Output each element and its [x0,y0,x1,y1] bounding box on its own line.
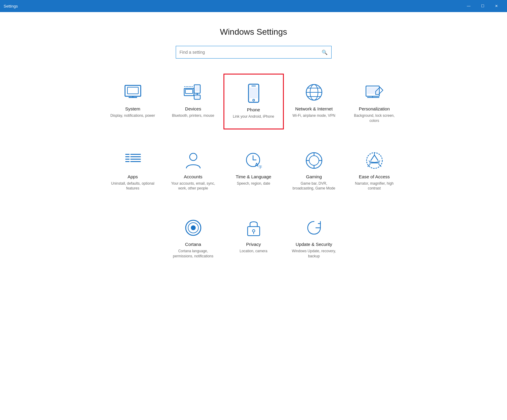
ease-title: Ease of Access [359,174,390,179]
privacy-icon [244,218,263,237]
svg-rect-14 [250,88,258,98]
svg-point-34 [190,153,197,161]
network-icon [304,83,324,102]
settings-row-1: AppsUninstall, defaults, optional featur… [18,142,489,197]
update-icon [304,218,324,237]
privacy-title: Privacy [246,242,261,247]
gaming-title: Gaming [306,174,322,179]
privacy-desc: Location, camera [239,249,267,254]
page-header: Windows Settings [0,12,507,46]
svg-rect-26 [125,154,130,155]
settings-item-time[interactable]: A 字 Time & LanguageSpeech, region, date [223,142,284,197]
apps-icon [123,151,143,170]
svg-point-41 [309,156,319,165]
cortana-desc: Cortana language, permissions, notificat… [169,249,217,259]
svg-rect-28 [125,159,130,160]
devices-title: Devices [185,106,201,111]
settings-item-update[interactable]: Update & SecurityWindows Update, recover… [284,209,344,265]
svg-rect-1 [127,87,138,94]
system-icon [123,83,143,102]
svg-rect-10 [195,96,199,98]
apps-desc: Uninstall, defaults, optional features [109,181,157,191]
svg-rect-7 [195,86,199,91]
svg-rect-29 [125,161,130,162]
update-desc: Windows Update, recovery, backup [290,249,338,259]
settings-item-apps[interactable]: AppsUninstall, defaults, optional featur… [103,142,163,197]
phone-desc: Link your Android, iPhone [233,114,274,119]
settings-grid: SystemDisplay, notifications, power Devi… [0,74,507,265]
search-box: 🔍 [176,46,332,59]
svg-text:字: 字 [258,165,262,169]
gaming-icon [304,151,324,170]
accounts-desc: Your accounts, email, sync, work, other … [169,181,217,191]
apps-title: Apps [127,174,138,179]
close-button[interactable]: ✕ [489,0,503,12]
svg-rect-27 [125,156,130,157]
search-input[interactable] [180,50,322,55]
devices-desc: Bluetooth, printers, mouse [172,113,214,118]
accounts-icon [184,151,203,170]
system-title: System [125,106,140,111]
svg-rect-5 [185,89,193,94]
settings-row-0: SystemDisplay, notifications, power Devi… [18,74,489,129]
svg-point-15 [253,99,255,101]
cortana-icon [184,218,203,237]
settings-item-personalization[interactable]: PersonalizationBackground, lock screen, … [344,74,405,129]
titlebar-controls: — ☐ ✕ [462,0,503,12]
maximize-button[interactable]: ☐ [476,0,489,12]
time-title: Time & Language [236,174,271,179]
search-container: 🔍 [0,46,507,59]
svg-text:A: A [255,162,258,167]
phone-title: Phone [247,107,260,112]
time-desc: Speech, region, date [237,181,270,186]
ease-desc: Narrator, magnifier, high contrast [350,181,399,191]
settings-item-network[interactable]: Network & InternetWi-Fi, airplane mode, … [284,74,344,129]
phone-icon [244,84,263,103]
settings-item-gaming[interactable]: GamingGame bar, DVR, broadcasting, Game … [284,142,344,197]
settings-item-accounts[interactable]: AccountsYour accounts, email, sync, work… [163,142,223,197]
network-desc: Wi-Fi, airplane mode, VPN [292,113,335,118]
settings-row-2: CortanaCortana language, permissions, no… [18,209,489,265]
svg-point-52 [252,230,255,232]
settings-item-phone[interactable]: PhoneLink your Android, iPhone [223,74,284,129]
gaming-desc: Game bar, DVR, broadcasting, Game Mode [290,181,338,191]
settings-item-devices[interactable]: DevicesBluetooth, printers, mouse [163,74,223,129]
page-title: Windows Settings [0,27,507,37]
devices-icon [184,83,203,102]
time-icon: A 字 [244,151,263,170]
settings-item-ease[interactable]: Ease of AccessNarrator, magnifier, high … [344,142,405,197]
accounts-title: Accounts [184,174,203,179]
titlebar-title: Settings [4,4,18,8]
minimize-button[interactable]: — [462,0,476,12]
update-title: Update & Security [296,242,332,247]
network-title: Network & Internet [295,106,332,111]
settings-item-system[interactable]: SystemDisplay, notifications, power [103,74,163,129]
personalization-icon [365,83,384,102]
ease-icon [365,151,384,170]
svg-line-25 [380,87,383,90]
svg-rect-51 [248,227,260,236]
system-desc: Display, notifications, power [111,113,155,118]
svg-point-50 [191,225,196,230]
svg-point-8 [197,94,198,95]
titlebar: Settings — ☐ ✕ [0,0,507,12]
settings-item-privacy[interactable]: PrivacyLocation, camera [223,209,284,265]
search-icon: 🔍 [322,49,328,55]
settings-item-cortana[interactable]: CortanaCortana language, permissions, no… [163,209,223,265]
main-content: Windows Settings 🔍 SystemDisplay, notifi… [0,12,507,420]
personalization-title: Personalization [359,106,390,111]
cortana-title: Cortana [185,242,201,247]
personalization-desc: Background, lock screen, colors [350,113,399,123]
